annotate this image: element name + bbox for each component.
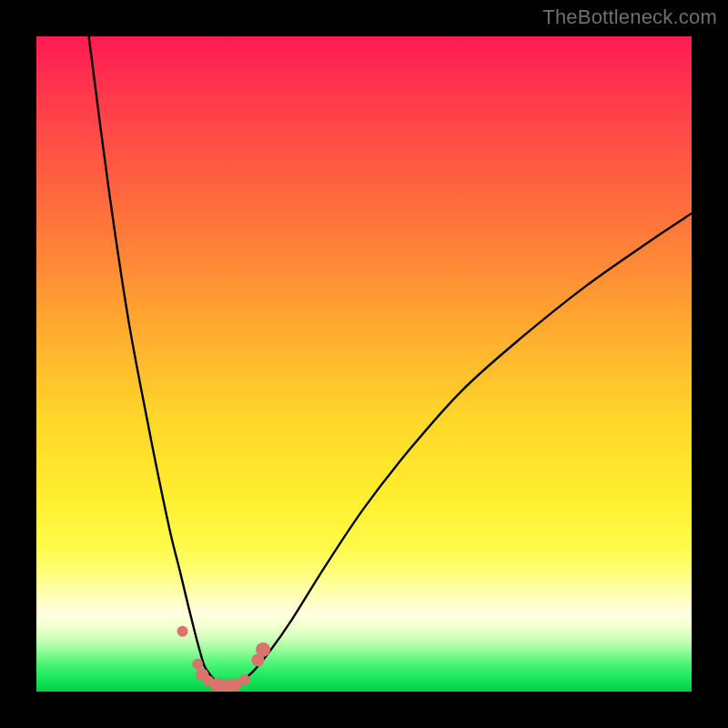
marker-group bbox=[177, 626, 271, 692]
marker-dot bbox=[239, 674, 250, 685]
bottleneck-curve bbox=[89, 36, 692, 686]
left-curve-path bbox=[89, 36, 230, 686]
watermark-text: TheBottleneck.com bbox=[542, 5, 717, 29]
chart-frame: TheBottleneck.com bbox=[0, 0, 728, 728]
marker-dot bbox=[256, 642, 270, 657]
marker-dot bbox=[192, 659, 203, 670]
curve-layer bbox=[36, 36, 692, 692]
marker-dot bbox=[177, 626, 188, 637]
right-curve-path bbox=[229, 213, 692, 686]
plot-area bbox=[36, 36, 692, 692]
